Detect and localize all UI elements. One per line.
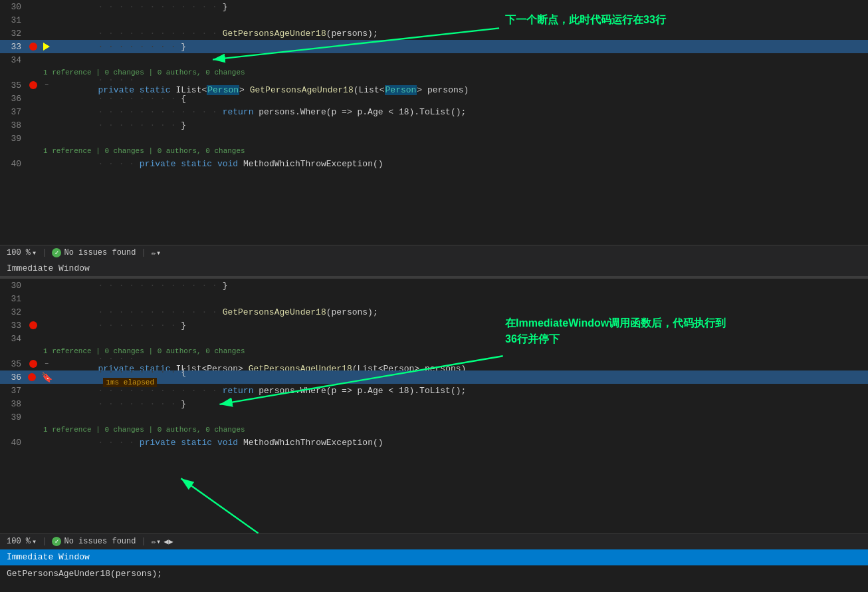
table-row: 30 · · · · · · · · · · · · } [0, 279, 868, 292]
zoom-level-bottom: 100 % [7, 537, 31, 546]
breakpoint-indicator [29, 321, 37, 329]
top-panel: 30 · · · · · · · · · · · · } 31 32 · · ·… [0, 0, 868, 276]
table-row: 33 · · · · · · · · } [0, 40, 868, 53]
code-area-top: 30 · · · · · · · · · · · · } 31 32 · · ·… [0, 0, 868, 245]
nav-left-icon[interactable]: ◀ [163, 537, 168, 547]
breakpoint-indicator [29, 360, 37, 368]
status-issues: ✓ No issues found [52, 248, 136, 257]
breakpoint-with-arrow [28, 372, 39, 382]
code-area-bottom: 30 · · · · · · · · · · · · } 31 32 · · ·… [0, 279, 868, 533]
zoom-dropdown-icon-bottom[interactable]: ▾ [32, 537, 37, 547]
status-issues-bottom: ✓ No issues found [52, 537, 136, 546]
pencil-icon: ✏ [152, 248, 156, 258]
table-row: 40 · · · · private static void MethodWhi… [0, 157, 868, 170]
table-row: 39 [0, 410, 868, 424]
check-icon-bottom: ✓ [52, 537, 61, 546]
table-row: 33 · · · · · · · · } [0, 319, 868, 332]
dropdown-icon-bottom[interactable]: ▾ [156, 537, 161, 547]
status-bar-top: 100 % ▾ | ✓ No issues found | ✏ ▾ [0, 245, 868, 261]
dropdown-icon[interactable]: ▾ [156, 248, 161, 258]
table-row: 38 · · · · · · · · } [0, 118, 868, 132]
breakpoint-indicator [29, 43, 37, 51]
collapse-icon[interactable]: − [45, 361, 49, 368]
table-row: 38 · · · · · · · · } [0, 397, 868, 410]
current-line-arrow [43, 43, 50, 51]
zoom-level: 100 % [7, 248, 31, 257]
nav-right-icon[interactable]: ▶ [168, 537, 173, 547]
table-row: 34 [0, 53, 868, 67]
svg-line-4 [181, 478, 258, 533]
zoom-dropdown-icon[interactable]: ▾ [32, 248, 37, 258]
pencil-icon-bottom: ✏ [152, 537, 156, 547]
table-row: 39 [0, 132, 868, 145]
bookmark-icon: 🔖 [41, 372, 53, 383]
status-bar-bottom: 100 % ▾ | ✓ No issues found | ✏ ▾ ◀ ▶ [0, 533, 868, 549]
table-row: 34 [0, 332, 868, 345]
bottom-panel: 30 · · · · · · · · · · · · } 31 32 · · ·… [0, 279, 868, 592]
immediate-window-bar-bottom: Immediate Window [0, 549, 868, 565]
immediate-window-bar-top: Immediate Window [0, 260, 868, 276]
table-row: 40 · · · · private static void MethodWhi… [0, 436, 868, 449]
table-row: 30 · · · · · · · · · · · · } [0, 0, 868, 13]
immediate-window-content[interactable]: GetPersonsAgeUnder18(persons); [0, 565, 868, 592]
collapse-icon[interactable]: − [45, 82, 49, 89]
breakpoint-indicator [29, 81, 37, 89]
check-icon: ✓ [52, 248, 61, 257]
